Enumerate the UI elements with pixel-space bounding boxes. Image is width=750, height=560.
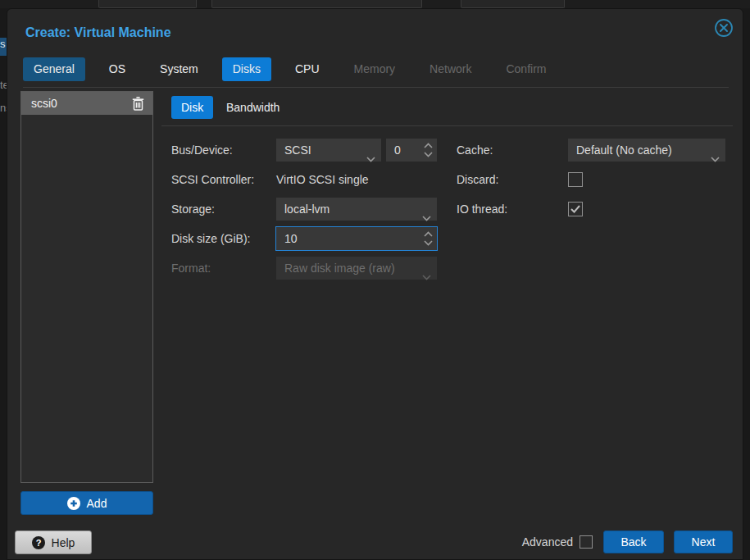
storage-select[interactable]: local-lvm [276, 198, 437, 221]
background-button [211, 0, 422, 8]
tab-os[interactable]: OS [98, 57, 136, 81]
help-button-label: Help [52, 536, 75, 549]
spinner-arrows-icon[interactable] [424, 141, 433, 166]
scsi-controller-label: SCSI Controller: [171, 168, 254, 191]
format-value: Raw disk image (raw) [284, 262, 395, 275]
question-circle-icon: ? [32, 536, 45, 549]
background-tree-fragment: ns [0, 102, 7, 114]
plus-circle-icon [67, 497, 80, 510]
storage-value: local-lvm [284, 203, 330, 216]
storage-label: Storage: [171, 198, 215, 221]
tab-network: Network [419, 57, 482, 81]
disk-size-label: Disk size (GiB): [171, 227, 250, 250]
cache-label: Cache: [457, 139, 493, 162]
tab-general[interactable]: General [23, 57, 85, 81]
tab-system[interactable]: System [149, 57, 209, 81]
format-label: Format: [171, 257, 211, 280]
create-vm-dialog: Create: Virtual Machine General OS Syste… [7, 8, 743, 560]
discard-label: Discard: [457, 168, 498, 191]
advanced-label: Advanced [522, 535, 573, 549]
wizard-tabbar: General OS System Disks CPU Memory Netwo… [23, 57, 557, 81]
cache-value: Default (No cache) [576, 143, 672, 157]
add-disk-button[interactable]: Add [20, 491, 153, 515]
disk-item-label: scsi0 [21, 97, 132, 110]
tab-cpu[interactable]: CPU [284, 57, 330, 81]
back-button[interactable]: Back [603, 530, 664, 553]
tab-disks[interactable]: Disks [222, 57, 271, 81]
bus-device-value: SCSI [284, 143, 311, 157]
subtab-separator [161, 125, 733, 126]
io-thread-checkbox[interactable] [568, 202, 583, 216]
disk-size-stepper[interactable]: 10 [276, 227, 437, 250]
background-button [461, 0, 565, 8]
subtab-bandwidth[interactable]: Bandwidth [226, 96, 280, 119]
close-icon[interactable] [714, 18, 734, 38]
footer-actions: Advanced Back Next [522, 530, 733, 553]
trash-icon[interactable] [132, 97, 144, 111]
dialog-title: Create: Virtual Machine [25, 25, 171, 40]
background-app [0, 0, 750, 8]
background-tree-fragment: te [0, 79, 7, 91]
tab-memory: Memory [343, 57, 407, 81]
chevron-down-icon [366, 147, 375, 170]
scsi-controller-value: VirtIO SCSI single [276, 168, 369, 191]
tab-confirm: Confirm [495, 57, 557, 81]
spinner-arrows-icon[interactable] [424, 230, 433, 255]
next-button[interactable]: Next [674, 530, 733, 553]
bus-device-select[interactable]: SCSI [276, 139, 381, 162]
disk-list-item-scsi0[interactable]: scsi0 [21, 92, 152, 115]
svg-text:?: ? [35, 538, 41, 548]
bus-device-number-value: 0 [394, 143, 401, 157]
checkmark-icon [570, 205, 580, 213]
bus-device-number-stepper[interactable]: 0 [386, 139, 437, 162]
format-select-disabled: Raw disk image (raw) [276, 257, 437, 280]
io-thread-label: IO thread: [457, 198, 507, 221]
background-button [98, 0, 197, 8]
background-tree-fragment: s [0, 38, 7, 56]
chevron-down-icon [711, 147, 720, 170]
chevron-down-icon [422, 265, 431, 288]
help-button[interactable]: ? Help [15, 530, 92, 554]
tab-separator [23, 87, 729, 88]
add-button-label: Add [87, 497, 107, 510]
disk-size-value: 10 [284, 232, 298, 245]
cache-select[interactable]: Default (No cache) [568, 139, 725, 162]
discard-checkbox[interactable] [568, 172, 583, 187]
bus-device-label: Bus/Device: [171, 139, 233, 162]
advanced-checkbox[interactable] [580, 535, 593, 549]
chevron-down-icon [422, 206, 431, 229]
subtab-disk[interactable]: Disk [171, 96, 213, 119]
disk-list-panel: scsi0 [20, 91, 153, 483]
